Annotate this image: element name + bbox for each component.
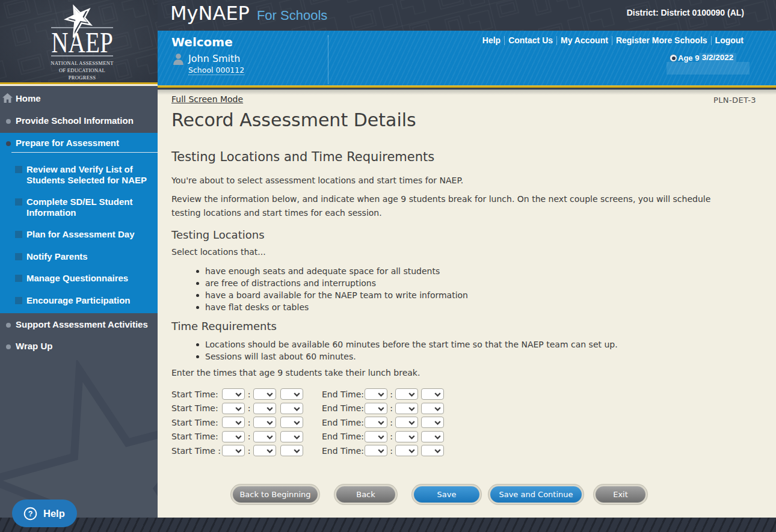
start-ampm-select[interactable]: [280, 388, 303, 400]
back-to-beginning-button[interactable]: Back to Beginning: [233, 486, 318, 503]
end-ampm-select[interactable]: [421, 445, 444, 456]
top-header-band: MyNAEPFor Schools District: District 010…: [158, 0, 776, 31]
end-hour-select[interactable]: [365, 431, 387, 442]
sidebar-item-review-and-verify[interactable]: Review and Verify List of Students Selec…: [0, 164, 158, 185]
square-bullet-icon: [15, 198, 22, 206]
save-and-continue-button[interactable]: Save and Continue: [490, 486, 582, 503]
end-hour-select[interactable]: [365, 445, 387, 456]
start-ampm-select[interactable]: [280, 403, 303, 414]
district-label: District: District 0100090 (AL): [627, 8, 744, 17]
testing-locations-lead: Select locations that...: [171, 245, 756, 259]
time-colon: :: [245, 390, 253, 399]
sidebar-item-label: Notify Parents: [26, 251, 88, 261]
start-time-label: Start Time:: [171, 403, 222, 413]
session-panel: [667, 62, 750, 75]
end-minute-select[interactable]: [395, 417, 418, 428]
start-minute-select[interactable]: [253, 417, 276, 428]
list-item: Locations should be available 60 minutes…: [196, 338, 756, 350]
start-ampm-select[interactable]: [280, 431, 303, 442]
page-title: Record Assessment Details: [171, 109, 756, 130]
sidebar-item-label: Home: [16, 93, 41, 103]
lunch-prompt: Enter the times that age 9 students take…: [171, 366, 756, 380]
sidebar-item-provide-school-information[interactable]: Provide School Information: [0, 115, 158, 127]
chevron-down-icon: [434, 435, 441, 439]
start-minute-select[interactable]: [253, 431, 276, 442]
testing-locations-list: have enough seats and adequate space for…: [196, 265, 756, 313]
chevron-down-icon: [266, 435, 273, 439]
lunch-times-form: Start Time::End Time::Start Time::End Ti…: [171, 387, 756, 458]
sidebar-item-label: Support Assessment Activities: [16, 319, 148, 329]
sidebar-nav: Home Provide School Information Prepare …: [0, 86, 158, 518]
chevron-down-icon: [378, 435, 384, 439]
app-title: MyNAEPFor Schools: [170, 2, 327, 25]
naep-logo-panel: NAEP NATIONAL ASSESSMENT OF EDUCATIONAL …: [0, 0, 158, 84]
start-ampm-select[interactable]: [280, 417, 303, 428]
sidebar-item-complete-sdel[interactable]: Complete SD/EL Student Information: [0, 197, 158, 218]
end-hour-select[interactable]: [365, 417, 387, 428]
save-button[interactable]: Save: [414, 486, 479, 503]
session-date[interactable]: 3/2/2022: [699, 53, 736, 62]
time-colon: :: [387, 403, 395, 413]
page-footer: [0, 518, 776, 532]
bullet-icon: [6, 141, 11, 146]
end-ampm-select[interactable]: [421, 388, 444, 400]
age9-radio[interactable]: [670, 55, 677, 61]
back-button[interactable]: Back: [336, 486, 395, 503]
sidebar-item-wrap-up[interactable]: Wrap Up: [0, 341, 158, 353]
chevron-down-icon: [266, 407, 273, 411]
sidebar-item-encourage-participation[interactable]: Encourage Participation: [0, 295, 158, 306]
chevron-down-icon: [408, 421, 415, 425]
start-hour-select[interactable]: [222, 403, 245, 414]
list-item: Sessions will last about 60 minutes.: [196, 350, 756, 362]
bullet-icon: [6, 323, 11, 328]
sidebar-item-label: Wrap Up: [16, 341, 52, 351]
sidebar-item-plan-for-assessment-day[interactable]: Plan for Assessment Day: [0, 229, 158, 240]
start-ampm-select[interactable]: [280, 445, 303, 456]
sidebar-item-prepare-for-assessment[interactable]: Prepare for Assessment: [0, 138, 158, 150]
page-code: PLN-DET-3: [713, 96, 756, 105]
start-hour-select[interactable]: [222, 388, 245, 400]
end-hour-select[interactable]: [365, 388, 387, 400]
logo-star-icon: [0, 0, 158, 84]
sidebar-item-home[interactable]: Home: [0, 93, 158, 105]
start-hour-select[interactable]: [222, 431, 245, 442]
full-screen-mode-link[interactable]: Full Screen Mode: [171, 94, 243, 105]
start-hour-select[interactable]: [222, 445, 245, 456]
session-selector: Age 9 3/2/2022: [158, 31, 776, 85]
end-ampm-select[interactable]: [421, 431, 444, 442]
question-circle-icon: ?: [23, 507, 37, 521]
chevron-down-icon: [235, 435, 242, 439]
chevron-down-icon: [294, 449, 300, 453]
lunch-time-row: Start Time ::End Time::: [171, 444, 756, 458]
end-minute-select[interactable]: [395, 388, 418, 400]
time-colon: :: [245, 403, 253, 413]
end-time-label: End Time:: [322, 446, 365, 456]
chevron-down-icon: [408, 393, 415, 397]
svg-text:?: ?: [28, 510, 33, 518]
end-ampm-select[interactable]: [421, 417, 444, 428]
home-icon: [2, 93, 13, 103]
end-ampm-select[interactable]: [421, 403, 444, 414]
end-minute-select[interactable]: [395, 431, 418, 442]
sidebar-item-label: Encourage Participation: [26, 295, 131, 305]
help-button[interactable]: ? Help: [12, 500, 77, 527]
section-title: Testing Locations and Time Requirements: [171, 150, 756, 165]
exit-button[interactable]: Exit: [596, 486, 645, 503]
radio-dot: [672, 57, 676, 60]
start-minute-select[interactable]: [253, 403, 276, 414]
end-minute-select[interactable]: [395, 403, 418, 414]
app-title-main: MyNAEP: [170, 2, 250, 25]
age9-label: Age 9: [678, 54, 699, 63]
sidebar-item-support-assessment-activities[interactable]: Support Assessment Activities: [0, 319, 158, 331]
start-minute-select[interactable]: [253, 388, 276, 400]
sidebar-divider: [11, 152, 158, 153]
end-hour-select[interactable]: [365, 403, 387, 414]
chevron-down-icon: [235, 449, 242, 453]
end-time-label: End Time:: [322, 390, 365, 399]
sidebar-item-manage-questionnaires[interactable]: Manage Questionnaires: [0, 273, 158, 284]
start-hour-select[interactable]: [222, 417, 245, 428]
sidebar-item-label: Complete SD/EL Student Information: [26, 197, 132, 218]
start-minute-select[interactable]: [253, 445, 276, 456]
end-minute-select[interactable]: [395, 445, 418, 456]
sidebar-item-notify-parents[interactable]: Notify Parents: [0, 251, 158, 262]
